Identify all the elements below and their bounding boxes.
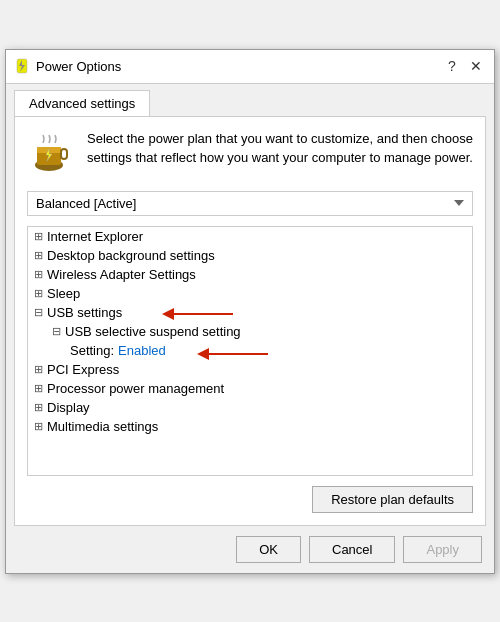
description-area: Select the power plan that you want to c…	[27, 129, 473, 177]
tree-item-label: Display	[47, 400, 90, 415]
settings-tree[interactable]: ⊞ Internet Explorer⊞ Desktop background …	[27, 226, 473, 476]
power-options-dialog: Power Options ? ✕ Advanced settings	[5, 49, 495, 574]
description-icon	[27, 129, 75, 177]
cancel-button[interactable]: Cancel	[309, 536, 395, 563]
tree-item[interactable]: ⊞ Sleep	[28, 284, 472, 303]
tree-item[interactable]: Setting:Enabled	[28, 341, 472, 360]
tree-item-label: Sleep	[47, 286, 80, 301]
tree-item-value: Enabled	[118, 343, 166, 358]
tree-expand-icon: ⊟	[52, 325, 61, 338]
tab-bar: Advanced settings	[6, 84, 494, 116]
plan-select[interactable]: Balanced [Active]	[27, 191, 473, 216]
tree-item-label: Internet Explorer	[47, 229, 143, 244]
tree-item-label: Processor power management	[47, 381, 224, 396]
tree-item[interactable]: ⊞ Processor power management	[28, 379, 472, 398]
tree-item[interactable]: ⊞ Desktop background settings	[28, 246, 472, 265]
apply-button[interactable]: Apply	[403, 536, 482, 563]
tree-item[interactable]: ⊞ Multimedia settings	[28, 417, 472, 436]
help-button[interactable]: ?	[442, 56, 462, 76]
power-options-icon	[14, 58, 30, 74]
tree-expand-icon: ⊞	[34, 268, 43, 281]
tree-item-label: Desktop background settings	[47, 248, 215, 263]
tree-item-label: PCI Express	[47, 362, 119, 377]
tree-item[interactable]: ⊞ PCI Express	[28, 360, 472, 379]
tree-expand-icon: ⊞	[34, 420, 43, 433]
title-bar: Power Options ? ✕	[6, 50, 494, 84]
tree-expand-icon: ⊞	[34, 230, 43, 243]
restore-btn-row: Restore plan defaults	[27, 486, 473, 513]
tree-item-label: Setting:	[70, 343, 114, 358]
tree-item[interactable]: ⊞ Display	[28, 398, 472, 417]
dialog-footer: OK Cancel Apply	[6, 526, 494, 573]
tree-expand-icon: ⊞	[34, 382, 43, 395]
title-bar-title: Power Options	[36, 59, 442, 74]
tree-item-label: USB selective suspend setting	[65, 324, 241, 339]
tree-expand-icon: ⊞	[34, 287, 43, 300]
tree-item-label: Wireless Adapter Settings	[47, 267, 196, 282]
close-button[interactable]: ✕	[466, 56, 486, 76]
tree-item[interactable]: ⊞ Wireless Adapter Settings	[28, 265, 472, 284]
ok-button[interactable]: OK	[236, 536, 301, 563]
title-bar-controls: ? ✕	[442, 56, 486, 76]
description-text: Select the power plan that you want to c…	[87, 129, 473, 168]
tree-expand-icon: ⊞	[34, 401, 43, 414]
tree-item-label: USB settings	[47, 305, 122, 320]
restore-plan-defaults-button[interactable]: Restore plan defaults	[312, 486, 473, 513]
tab-advanced-settings[interactable]: Advanced settings	[14, 90, 150, 116]
tree-expand-icon: ⊟	[34, 306, 43, 319]
tree-item[interactable]: ⊟ USB selective suspend setting	[28, 322, 472, 341]
tree-item[interactable]: ⊞ Internet Explorer	[28, 227, 472, 246]
tree-expand-icon: ⊞	[34, 249, 43, 262]
tree-item[interactable]: ⊟ USB settings	[28, 303, 472, 322]
tree-expand-icon: ⊞	[34, 363, 43, 376]
tree-item-label: Multimedia settings	[47, 419, 158, 434]
svg-rect-5	[61, 149, 67, 159]
content-area: Select the power plan that you want to c…	[14, 116, 486, 526]
